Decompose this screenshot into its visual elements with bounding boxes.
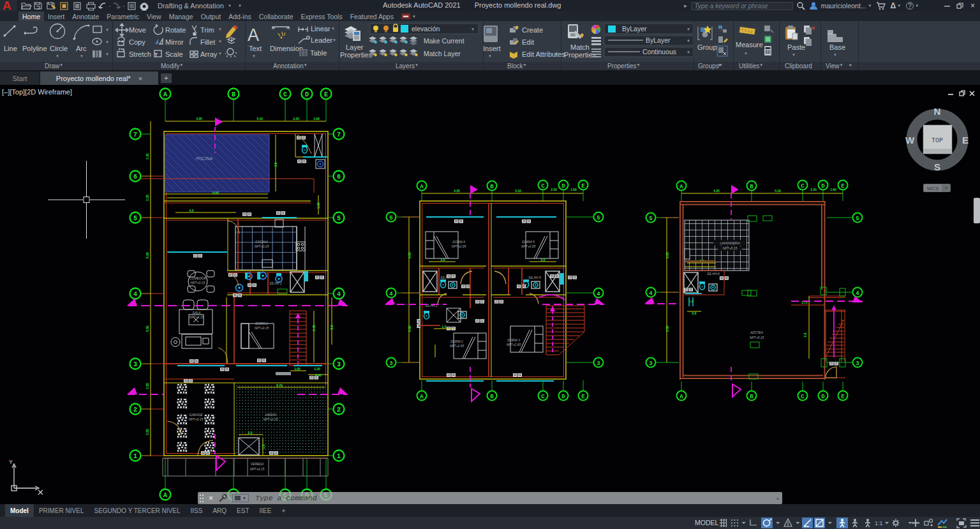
svg-text:6: 6: [337, 174, 341, 181]
svg-text:▼: ▼: [792, 53, 796, 57]
svg-text:NPT+0.15: NPT+0.15: [255, 244, 269, 248]
svg-text:GARAGE: GARAGE: [189, 413, 203, 417]
svg-text:C: C: [541, 183, 545, 190]
svg-text:NPT+0.15: NPT+0.15: [255, 326, 269, 330]
svg-text:Copy: Copy: [129, 38, 145, 46]
svg-text:4: 4: [597, 291, 600, 297]
svg-text:SALA: SALA: [193, 311, 201, 315]
svg-text:N: N: [934, 106, 941, 117]
svg-text:3.55: 3.55: [145, 383, 149, 389]
svg-text:5: 5: [389, 215, 392, 221]
svg-text:▼: ▼: [833, 53, 837, 57]
svg-text:2.20: 2.20: [810, 188, 817, 191]
svg-text:A: A: [248, 26, 259, 45]
svg-text:4: 4: [649, 290, 653, 297]
svg-text:Move: Move: [129, 26, 146, 34]
svg-text:5.10: 5.10: [775, 189, 781, 193]
svg-text:5.10: 5.10: [256, 117, 263, 121]
svg-text:D: D: [305, 91, 309, 98]
svg-text:2.8: 2.8: [803, 332, 807, 337]
svg-text:4.5: 4.5: [189, 209, 194, 212]
svg-text:5.95: 5.95: [408, 252, 412, 258]
svg-text:Continuous: Continuous: [642, 48, 676, 56]
svg-text:E: E: [962, 135, 969, 145]
svg-text:1: 1: [337, 453, 341, 460]
svg-text:C: C: [801, 183, 805, 190]
svg-text:Arc: Arc: [76, 45, 87, 52]
svg-text:5: 5: [597, 215, 600, 221]
svg-text:▼: ▼: [80, 54, 84, 58]
svg-text:2: 2: [133, 406, 137, 414]
svg-text:LAVANDERIA: LAVANDERIA: [720, 241, 740, 245]
svg-text:▼: ▼: [331, 27, 335, 31]
svg-text:Linear: Linear: [311, 25, 330, 33]
svg-text:Paste: Paste: [787, 43, 805, 51]
svg-text:1:1: 1:1: [875, 520, 883, 526]
svg-text:▼: ▼: [687, 50, 690, 54]
svg-text:6.00: 6.00: [212, 191, 219, 195]
svg-text:▼: ▼: [252, 54, 256, 58]
svg-text:5.95: 5.95: [665, 252, 669, 258]
svg-text:▼: ▼: [471, 27, 475, 31]
svg-text:2.0: 2.0: [248, 431, 253, 435]
svg-text:SS.HH 5: SS.HH 5: [528, 276, 541, 279]
svg-text:DORM.1: DORM.1: [255, 322, 268, 325]
svg-text:Rotate: Rotate: [165, 26, 186, 34]
svg-text:5.50: 5.50: [145, 325, 149, 332]
svg-text:Mirror: Mirror: [165, 38, 184, 46]
svg-text:A: A: [163, 492, 167, 499]
svg-text:3: 3: [856, 361, 859, 367]
svg-text:Array: Array: [200, 50, 218, 58]
svg-text:▼: ▼: [687, 27, 690, 31]
svg-text:3.30: 3.30: [145, 153, 149, 160]
svg-text:3.25: 3.25: [145, 195, 149, 201]
svg-text:elevación: elevación: [412, 25, 440, 33]
svg-text:Measure: Measure: [736, 41, 763, 48]
svg-text:3: 3: [389, 361, 392, 367]
svg-text:1.5: 1.5: [262, 444, 265, 449]
svg-text:4.35: 4.35: [713, 189, 720, 193]
svg-text:3.65: 3.65: [145, 429, 149, 435]
svg-text:TOP: TOP: [932, 137, 943, 144]
svg-text:W: W: [905, 135, 915, 145]
svg-text:▼: ▼: [105, 52, 109, 56]
svg-text:Text: Text: [249, 45, 262, 52]
svg-text:NPT+0.15: NPT+0.15: [264, 417, 278, 421]
svg-text:NPT+2.65: NPT+2.65: [521, 244, 536, 248]
svg-text:WCS: WCS: [927, 186, 939, 191]
svg-text:COCINA: COCINA: [255, 240, 268, 244]
svg-text:Base: Base: [829, 43, 845, 51]
svg-text:Scale: Scale: [165, 50, 183, 58]
svg-text:Edit Attributes: Edit Attributes: [522, 50, 565, 58]
svg-text:NPT+2.65: NPT+2.65: [450, 344, 464, 348]
svg-text:C: C: [541, 394, 545, 400]
svg-text:1.60: 1.60: [313, 117, 320, 121]
svg-text:3: 3: [649, 361, 652, 367]
svg-text:7: 7: [133, 131, 137, 138]
svg-text:5.10: 5.10: [515, 189, 521, 193]
svg-text:8.70: 8.70: [276, 384, 283, 387]
svg-text:DORM 3: DORM 3: [507, 338, 520, 342]
svg-text:4: 4: [856, 290, 859, 297]
svg-text:NPT+0.15: NPT+0.15: [189, 315, 204, 319]
svg-text:1.05: 1.05: [294, 367, 301, 371]
svg-text:1.2: 1.2: [689, 299, 694, 303]
svg-text:Dimension: Dimension: [270, 45, 303, 52]
svg-text:Insert: Insert: [483, 45, 501, 52]
svg-text:E: E: [841, 394, 845, 400]
svg-text:PISCINA: PISCINA: [196, 156, 212, 161]
svg-text:5.50: 5.50: [665, 325, 669, 332]
svg-text:3: 3: [337, 361, 341, 368]
svg-text:▼: ▼: [218, 52, 222, 56]
svg-text:3: 3: [597, 361, 600, 367]
svg-text:0.6: 0.6: [692, 311, 697, 315]
svg-text:5: 5: [337, 215, 341, 222]
svg-text:Trim: Trim: [200, 26, 214, 34]
svg-text:A: A: [679, 394, 683, 400]
svg-text:D: D: [821, 183, 825, 190]
svg-text:Properties: Properties: [340, 51, 373, 59]
svg-text:ByLayer: ByLayer: [622, 25, 647, 33]
svg-text:▼: ▼: [554, 52, 558, 56]
svg-text:E: E: [581, 183, 585, 190]
svg-text:1: 1: [133, 453, 137, 460]
